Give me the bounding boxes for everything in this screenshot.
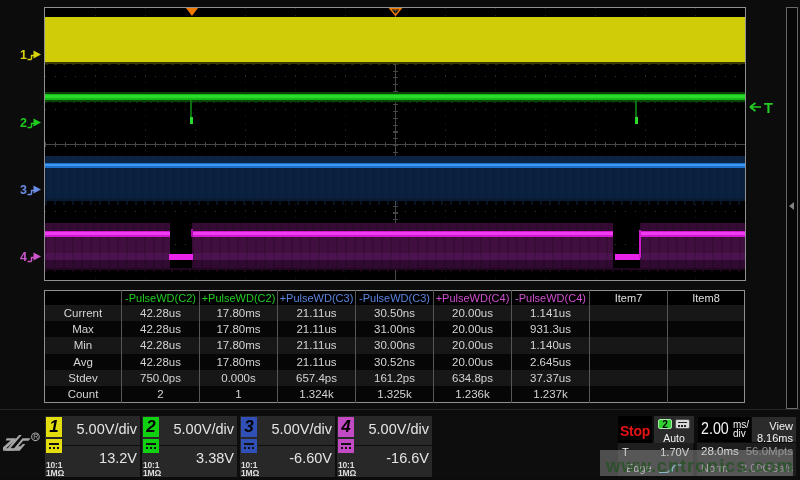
svg-text:4: 4 — [20, 250, 27, 264]
svg-text:2: 2 — [20, 116, 27, 130]
svg-text:1: 1 — [20, 48, 27, 62]
svg-text:3: 3 — [20, 183, 27, 197]
svg-text:R: R — [33, 433, 38, 441]
svg-text:T: T — [764, 100, 773, 116]
